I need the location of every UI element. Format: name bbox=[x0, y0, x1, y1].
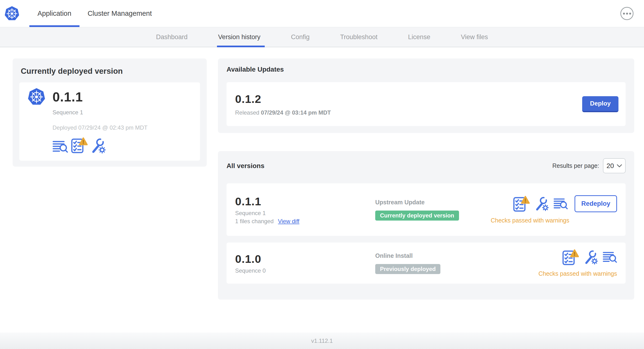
tab-version-history[interactable]: Version history bbox=[218, 27, 260, 47]
preflight-status-text: Checks passed with warnings bbox=[538, 270, 617, 277]
ellipsis-menu-button[interactable] bbox=[620, 7, 634, 20]
results-per-page-label: Results per page: bbox=[552, 162, 599, 169]
deployed-sequence: Sequence 1 bbox=[52, 109, 192, 116]
tab-view-files[interactable]: View files bbox=[461, 27, 488, 47]
tab-license[interactable]: License bbox=[408, 27, 430, 47]
available-update-row: 0.1.2 Released 07/29/24 @ 03:14 pm MDT D… bbox=[226, 82, 626, 126]
console-version: v1.112.1 bbox=[311, 338, 333, 344]
config-icon[interactable] bbox=[534, 197, 549, 211]
preflight-checks-warning-icon[interactable] bbox=[71, 137, 88, 154]
tab-cluster-management[interactable]: Cluster Management bbox=[80, 0, 160, 27]
redeploy-button[interactable]: Redeploy bbox=[574, 195, 617, 212]
row-sequence: Sequence 0 bbox=[235, 267, 375, 274]
available-updates-card: Available Updates 0.1.2 Released 07/29/2… bbox=[218, 58, 634, 133]
status-badge: Currently deployed version bbox=[375, 210, 459, 220]
app-logo bbox=[27, 88, 46, 106]
update-released-timestamp: Released 07/29/24 @ 03:14 pm MDT bbox=[235, 109, 331, 116]
all-versions-card: All versions Results per page: 20 0.1.1 bbox=[218, 151, 634, 300]
view-diff-link[interactable]: View diff bbox=[278, 218, 299, 225]
top-nav: Application Cluster Management bbox=[0, 0, 644, 27]
ellipsis-icon bbox=[623, 13, 625, 14]
preflight-checks-warning-icon[interactable] bbox=[513, 196, 530, 212]
available-updates-title: Available Updates bbox=[226, 66, 626, 73]
version-row: 0.1.1 Sequence 1 1 files changed View di… bbox=[226, 183, 626, 236]
config-icon[interactable] bbox=[584, 250, 598, 264]
app-sub-nav: Dashboard Version history Config Trouble… bbox=[0, 27, 644, 47]
release-notes-icon[interactable] bbox=[603, 251, 617, 264]
tab-troubleshoot[interactable]: Troubleshoot bbox=[340, 27, 378, 47]
currently-deployed-card: Currently deployed version 0.1.1 Sequenc… bbox=[13, 58, 207, 166]
files-changed-label: 1 files changed bbox=[235, 218, 274, 225]
row-sequence: Sequence 1 bbox=[235, 210, 375, 216]
currently-deployed-title: Currently deployed version bbox=[21, 66, 200, 76]
deploy-button[interactable]: Deploy bbox=[582, 96, 618, 112]
version-row: 0.1.0 Sequence 0 Online Install Previous… bbox=[226, 242, 626, 284]
results-per-page-select[interactable]: 20 bbox=[603, 158, 626, 173]
currently-deployed-version-card: 0.1.1 Sequence 1 Deployed 07/29/24 @ 02:… bbox=[19, 82, 200, 161]
config-icon[interactable] bbox=[90, 138, 106, 154]
deployed-timestamp: Deployed 07/29/24 @ 02:43 pm MDT bbox=[52, 124, 192, 131]
top-nav-tabs: Application Cluster Management bbox=[29, 0, 160, 27]
all-versions-title: All versions bbox=[226, 162, 264, 170]
row-version-number: 0.1.1 bbox=[235, 195, 375, 208]
update-version-number: 0.1.2 bbox=[235, 92, 331, 106]
deployed-version-number: 0.1.1 bbox=[52, 89, 83, 104]
footer: v1.112.1 bbox=[0, 332, 644, 349]
release-notes-icon[interactable] bbox=[52, 140, 68, 154]
preflight-checks-warning-icon[interactable] bbox=[562, 249, 579, 266]
version-source-label: Upstream Update bbox=[375, 199, 425, 206]
tab-application[interactable]: Application bbox=[29, 0, 80, 27]
main-content: Currently deployed version 0.1.1 Sequenc… bbox=[0, 47, 644, 332]
row-version-number: 0.1.0 bbox=[235, 252, 375, 266]
kubernetes-logo bbox=[4, 6, 20, 22]
chevron-down-icon bbox=[617, 164, 622, 168]
version-source-label: Online Install bbox=[375, 252, 413, 259]
release-notes-icon[interactable] bbox=[554, 198, 568, 210]
tab-config[interactable]: Config bbox=[291, 27, 310, 47]
tab-dashboard[interactable]: Dashboard bbox=[156, 27, 188, 47]
preflight-status-text: Checks passed with warnings bbox=[491, 217, 569, 224]
status-badge: Previously deployed bbox=[375, 264, 440, 274]
